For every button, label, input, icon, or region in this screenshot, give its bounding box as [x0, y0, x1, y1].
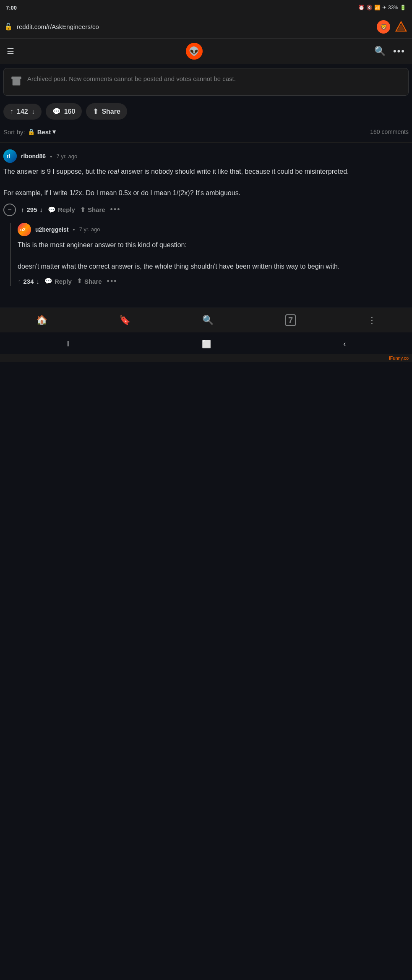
sort-value: Best: [37, 128, 51, 136]
reddit-logo[interactable]: 👽: [186, 43, 203, 60]
hamburger-menu[interactable]: ☰: [7, 46, 14, 56]
wifi-icon: 📶: [374, 5, 381, 10]
comment-downvote-icon: ↓: [40, 206, 43, 213]
comment-share-button[interactable]: ⬆ Share: [80, 206, 105, 214]
battery-icon: 🔋: [400, 5, 406, 10]
nested-share-icon: ⬆: [77, 277, 82, 285]
bookmark-nav-button[interactable]: 🔖: [117, 313, 132, 327]
alarm-icon: ⏰: [358, 5, 365, 10]
comment-count: 160: [64, 108, 76, 115]
mute-icon: 🔇: [366, 5, 373, 10]
comment-username[interactable]: rlbond86: [21, 153, 46, 159]
airplane-icon: ✈: [382, 5, 386, 10]
sort-dropdown[interactable]: Best ▾: [37, 128, 56, 136]
comment-button[interactable]: 💬 160: [46, 103, 82, 120]
status-time: 7:00: [6, 5, 17, 11]
comment-share-label: Share: [88, 206, 105, 213]
nested-more-options[interactable]: •••: [107, 277, 117, 286]
comment-share-icon: ⬆: [80, 206, 86, 214]
comment-timestamp: 7 yr. ago: [56, 153, 77, 159]
nested-downvote-icon: ↓: [37, 278, 40, 285]
nested-comment-header: u2 u2berggeist • 7 yr. ago: [18, 223, 409, 236]
svg-text:rl: rl: [7, 153, 10, 159]
svg-text:u2: u2: [20, 227, 26, 232]
sort-bar: Sort by: 🔒 Best ▾ 160 comments: [0, 125, 412, 143]
search-icon[interactable]: 🔍: [374, 46, 386, 57]
reply-button[interactable]: 💬 Reply: [48, 206, 75, 214]
comment-body: The answer is 9 I suppose, but the real …: [3, 166, 409, 199]
vote-button[interactable]: ↑ 142 ↓: [3, 104, 42, 120]
recents-button[interactable]: ⦀: [66, 340, 70, 348]
home-icon: 🏠: [36, 315, 47, 326]
browser-bar: 🔓 reddit.com/r/AskEngineers/co 🦁: [0, 15, 412, 39]
back-button[interactable]: ‹: [343, 340, 346, 348]
menu-nav-button[interactable]: ⋮: [366, 314, 378, 327]
share-button[interactable]: ⬆ Share: [86, 103, 127, 120]
vote-count: 142: [17, 108, 28, 115]
nav-right: 🔍 •••: [374, 46, 405, 57]
nested-reply-label: Reply: [55, 278, 72, 285]
comment-upvote-icon: ↑: [21, 206, 24, 213]
search-nav-icon: 🔍: [202, 315, 214, 326]
system-nav: ⦀ ⬜ ‹: [0, 332, 412, 354]
comment-vote[interactable]: ↑ 295 ↓: [21, 206, 43, 213]
home-button[interactable]: ⬜: [202, 340, 211, 349]
avatar: rl: [3, 149, 17, 163]
tabs-icon: 7: [285, 314, 296, 326]
brave-browser-icon[interactable]: 🦁: [377, 20, 390, 34]
reply-icon: 💬: [48, 206, 56, 214]
menu-dots-icon: ⋮: [368, 315, 376, 325]
sort-left: Sort by: 🔒 Best ▾: [3, 128, 56, 136]
sort-lock-icon: 🔒: [28, 128, 35, 135]
share-icon: ⬆: [93, 107, 98, 115]
sort-by-label: Sort by:: [3, 128, 25, 136]
action-bar: ↑ 142 ↓ 💬 160 ⬆ Share: [0, 100, 412, 125]
nested-comment-vote[interactable]: ↑ 234 ↓: [18, 278, 39, 285]
watermark: iFunny.co: [0, 354, 412, 362]
status-bar: 7:00 ⏰ 🔇 📶 ✈ 33% 🔋: [0, 0, 412, 15]
comments-section: rl rlbond86 • 7 yr. ago The answer is 9 …: [0, 143, 412, 299]
bottom-nav: 🏠 🔖 🔍 7 ⋮: [0, 308, 412, 332]
nested-share-button[interactable]: ⬆ Share: [77, 277, 102, 285]
tabs-nav-button[interactable]: 7: [284, 313, 297, 327]
nested-share-label: Share: [84, 278, 102, 285]
comment-vote-count: 295: [27, 206, 37, 213]
archive-message: Archived post. New comments cannot be po…: [27, 74, 236, 84]
archive-banner: Archived post. New comments cannot be po…: [3, 68, 409, 96]
bookmark-icon: 🔖: [119, 315, 130, 326]
comment-icon: 💬: [52, 107, 61, 115]
nested-reply-button[interactable]: 💬 Reply: [44, 277, 72, 285]
url-display[interactable]: reddit.com/r/AskEngineers/co: [17, 23, 373, 30]
home-nav-button[interactable]: 🏠: [34, 313, 49, 327]
nested-comment-actions: ↑ 234 ↓ 💬 Reply ⬆ Share •••: [18, 277, 409, 286]
battery-level: 33%: [388, 5, 398, 10]
chevron-down-icon: ▾: [52, 128, 56, 136]
status-icons: ⏰ 🔇 📶 ✈ 33% 🔋: [358, 5, 406, 10]
nested-username[interactable]: u2berggeist: [35, 226, 68, 233]
watermark-text: iFunny.co: [389, 355, 409, 361]
reddit-nav: ☰ 👽 🔍 •••: [0, 39, 412, 64]
downvote-icon: ↓: [31, 108, 35, 115]
comment-header: rl rlbond86 • 7 yr. ago: [3, 149, 409, 163]
nested-upvote-icon: ↑: [18, 278, 21, 285]
prism-icon[interactable]: [394, 20, 408, 34]
nested-comment: u2 u2berggeist • 7 yr. ago This is the m…: [10, 223, 409, 286]
reply-label: Reply: [58, 206, 75, 213]
table-row: rl rlbond86 • 7 yr. ago The answer is 9 …: [3, 149, 409, 286]
avatar: u2: [18, 223, 31, 236]
nested-comment-body: This is the most engineer answer to this…: [18, 240, 409, 272]
search-nav-button[interactable]: 🔍: [201, 313, 215, 327]
comments-count-label: 160 comments: [370, 128, 409, 135]
archive-icon: [10, 75, 22, 89]
upvote-icon: ↑: [10, 108, 13, 115]
more-options-icon[interactable]: •••: [393, 46, 405, 57]
share-label: Share: [102, 108, 120, 115]
nested-vote-count: 234: [23, 278, 34, 285]
collapse-button[interactable]: −: [3, 204, 16, 216]
nested-reply-icon: 💬: [44, 277, 52, 285]
svg-rect-2: [11, 77, 21, 79]
lock-icon: 🔓: [4, 23, 13, 31]
nested-timestamp: 7 yr. ago: [79, 226, 100, 233]
comment-more-options[interactable]: •••: [110, 205, 121, 214]
comment-actions: − ↑ 295 ↓ 💬 Reply ⬆ Share •••: [3, 204, 409, 216]
